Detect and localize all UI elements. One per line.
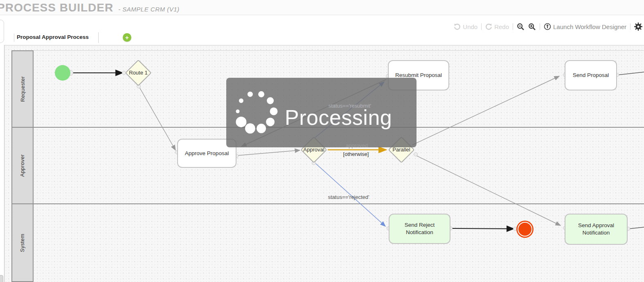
edge-send-proposal-out[interactable]: [618, 72, 644, 75]
processing-text: Processing: [285, 105, 392, 130]
edge-label-otherwise: [otherwise]: [343, 151, 369, 157]
task-label: Send Proposal: [573, 72, 609, 79]
gateway-label: Route 1: [129, 70, 148, 76]
start-event-node[interactable]: [55, 65, 70, 81]
process-builder-app: PROCESS BUILDER - SAMPLE CRM (V1) Undo R…: [0, 0, 644, 282]
spinner-icon: [231, 87, 280, 136]
edge-label-approved: approved: [346, 142, 368, 149]
gateway-route1[interactable]: Route 1: [129, 63, 148, 82]
edge-label-resubmit: status=='resubmit': [329, 103, 372, 109]
port-handle[interactable]: [414, 152, 418, 156]
end-event-node[interactable]: [516, 221, 534, 238]
task-send-approval-notification[interactable]: Send Approval Notification: [565, 214, 628, 245]
edge-send-approval-out[interactable]: [629, 227, 644, 229]
edge-send-reject-to-end[interactable]: [451, 228, 514, 229]
task-label: Send Reject Notification: [391, 221, 448, 236]
end-event-ring: [518, 222, 532, 237]
task-label: Send Approval Notification: [567, 222, 625, 236]
gateway-label: Parallel: [392, 147, 410, 153]
edge-approve-to-approval[interactable]: [237, 150, 300, 156]
task-send-reject-notification[interactable]: Send Reject Notification: [389, 214, 450, 244]
processing-overlay: Processing: [226, 78, 417, 147]
task-send-proposal[interactable]: Send Proposal: [565, 60, 617, 90]
edge-route1-to-approve[interactable]: [139, 87, 176, 150]
task-label: Approve Proposal: [185, 150, 229, 157]
diagram-layer: Requester Approver System: [0, 0, 644, 282]
gateway-label: Approval: [303, 147, 324, 153]
edge-label-rejected: status=='rejected': [328, 194, 369, 200]
